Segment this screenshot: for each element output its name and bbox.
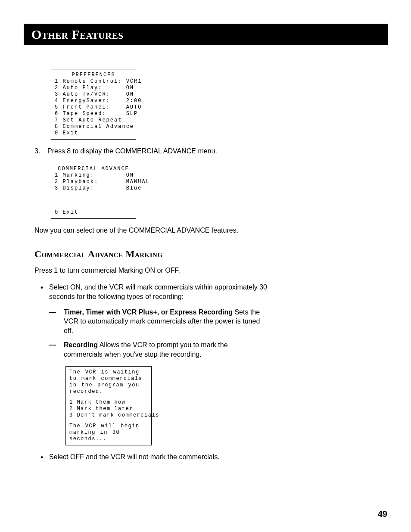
- menu-row: 5 Front Panel: AUTO: [55, 104, 132, 111]
- prompt-text: The VCR is waiting to mark commercials i…: [69, 369, 148, 395]
- dash-bold: Timer, Timer with VCR Plus+, or Express …: [64, 308, 233, 316]
- menu-row: 3 Auto TV/VCR: ON: [55, 91, 132, 98]
- menu-row: 4 EnergySaver: 2:00: [55, 98, 132, 104]
- commercial-advance-menu: COMMERCIAL ADVANCE 1 Marking: ON 2 Playb…: [51, 163, 136, 219]
- after-menu-text: Now you can select one of the COMMERCIAL…: [34, 226, 267, 235]
- menu-row-exit: 0 Exit: [55, 209, 78, 216]
- step-text: Press 8 to display the COMMERCIAL ADVANC…: [47, 146, 217, 156]
- section-heading: Commercial Advance Marking: [34, 248, 267, 261]
- dash-list: — Timer, Timer with VCR Plus+, or Expres…: [49, 308, 267, 359]
- menu-row: 2 Mark them later: [69, 406, 148, 412]
- marking-prompt-menu: The VCR is waiting to mark commercials i…: [65, 366, 152, 445]
- step-3: 3. Press 8 to display the COMMERCIAL ADV…: [34, 146, 267, 156]
- list-item: Select OFF and the VCR will not mark the…: [34, 452, 267, 462]
- step-number: 3.: [34, 146, 42, 156]
- dash-bold: Recording: [64, 341, 98, 348]
- menu-row: 6 Tape Speed: SLP: [55, 111, 132, 117]
- list-item: — Timer, Timer with VCR Plus+, or Expres…: [49, 308, 267, 336]
- menu-row: 8 Commercial Advance: [55, 124, 132, 130]
- prompt-footer: The VCR will begin marking in 30 seconds…: [69, 423, 148, 442]
- menu-row: 0 Exit: [55, 130, 132, 137]
- bullet-text: Select OFF and the VCR will not mark the…: [49, 453, 220, 460]
- page-content: PREFERENCES 1 Remote Control: VCR1 2 Aut…: [34, 69, 267, 467]
- menu-row: 1 Mark them now: [69, 399, 148, 406]
- bullet-list: Select ON, and the VCR will mark commerc…: [34, 283, 267, 461]
- dash-icon: —: [49, 308, 56, 317]
- menu-row: 7 Set Auto Repeat: [55, 117, 132, 124]
- menu-row: 1 Marking: ON: [55, 172, 132, 179]
- page-number: 49: [378, 509, 387, 519]
- menu-row: 3 Don't mark commercials: [69, 412, 148, 419]
- list-item: — Recording Allows the VCR to prompt you…: [49, 340, 267, 359]
- preferences-menu: PREFERENCES 1 Remote Control: VCR1 2 Aut…: [51, 69, 136, 140]
- menu-row: 3 Display: Blue: [55, 185, 132, 192]
- dash-icon: —: [49, 340, 56, 350]
- list-item: Select ON, and the VCR will mark commerc…: [34, 283, 267, 445]
- page-header: Other Features: [24, 24, 388, 45]
- menu-row: 1 Remote Control: VCR1: [55, 78, 132, 85]
- bullet-text: Select ON, and the VCR will mark commerc…: [49, 283, 267, 300]
- menu-title: PREFERENCES: [55, 72, 132, 78]
- menu-row: 2 Playback: MANUAL: [55, 179, 132, 185]
- header-title: Other Features: [31, 27, 123, 41]
- menu-row: 2 Auto Play: ON: [55, 85, 132, 91]
- menu-title: COMMERCIAL ADVANCE: [55, 166, 132, 172]
- section-intro: Press 1 to turn commercial Marking ON or…: [34, 266, 267, 275]
